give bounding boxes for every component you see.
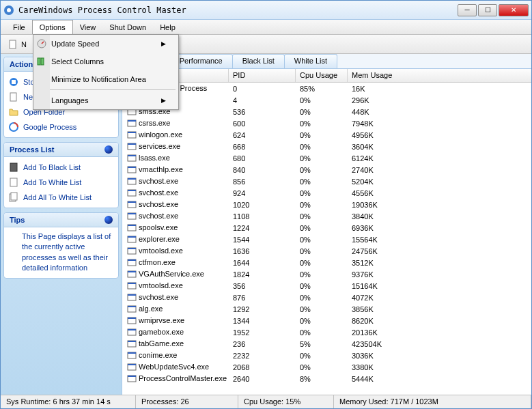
toolbar-new-process[interactable]: N	[3, 38, 31, 51]
col-cpu[interactable]: Cpu Usage	[296, 69, 348, 82]
cell-mem: 4956K	[348, 131, 531, 139]
grid-body[interactable]: System Idle Process085%16KSystem40%296Ks…	[122, 83, 531, 395]
processlist-link[interactable]: Add To Black List	[8, 160, 114, 175]
panel-processlist-header[interactable]: Process List	[4, 143, 118, 157]
col-pid[interactable]: PID	[229, 69, 296, 82]
cell-cpu: 0%	[296, 178, 348, 186]
submenu-arrow-icon: ▶	[161, 40, 166, 47]
submenu-arrow-icon: ▶	[161, 97, 166, 104]
process-name: vmtoolsd.exe	[139, 246, 183, 254]
table-row[interactable]: smss.exe5360%448K	[122, 106, 531, 117]
cell-pid: 600	[229, 119, 296, 128]
process-name: svchost.exe	[139, 188, 178, 196]
table-row[interactable]: services.exe6680%3604K	[122, 141, 531, 152]
cell-cpu: 85%	[296, 85, 348, 93]
table-row[interactable]: svchost.exe9240%4556K	[122, 187, 531, 199]
table-row[interactable]: vmacthlp.exe8400%2740K	[122, 164, 531, 175]
tab-white-list[interactable]: White List	[284, 54, 337, 68]
table-row[interactable]: gamebox.exe19520%20136K	[122, 326, 531, 338]
cell-cpu: 0%	[296, 212, 348, 221]
svg-rect-70	[41, 58, 44, 65]
table-row[interactable]: System40%296K	[122, 94, 531, 106]
process-name: vmtoolsd.exe	[139, 281, 183, 289]
cell-pid: 1108	[229, 212, 296, 221]
processlist-label: Add All To White List	[23, 193, 92, 201]
table-row[interactable]: spoolsv.exe12240%6936K	[122, 222, 531, 234]
table-row[interactable]: conime.exe22320%3036K	[122, 350, 531, 361]
collapse-icon	[104, 216, 113, 224]
menu-help[interactable]: Help	[153, 20, 182, 34]
cell-mem: 24756K	[348, 247, 531, 255]
menu-file[interactable]: File	[6, 20, 32, 34]
action-label: Google Process	[23, 123, 76, 131]
table-row[interactable]: ProcessControlMaster.exe26408%5444K	[122, 373, 531, 384]
table-row[interactable]: tabGame.exe2365%423504K	[122, 338, 531, 350]
menu-options[interactable]: Options	[32, 20, 73, 34]
col-mem[interactable]: Mem Usage	[348, 69, 531, 82]
processlist-link[interactable]: Add All To White List	[8, 190, 114, 205]
menu-item-languages[interactable]: Languages▶	[33, 91, 178, 109]
cell-mem: 7948K	[348, 119, 531, 128]
table-row[interactable]: explorer.exe15440%15564K	[122, 234, 531, 245]
svg-rect-44	[128, 248, 136, 249]
table-row[interactable]: vmtoolsd.exe16360%24756K	[122, 245, 531, 257]
table-row[interactable]: lsass.exe6800%6124K	[122, 152, 531, 164]
table-row[interactable]: svchost.exe11080%3840K	[122, 210, 531, 222]
cell-pid: 236	[229, 340, 296, 348]
status-memory: Memory Used: 717M / 1023M	[334, 395, 531, 408]
table-row[interactable]: alg.exe12920%3856K	[122, 303, 531, 315]
cell-pid: 1952	[229, 328, 296, 337]
process-icon	[126, 362, 137, 373]
table-row[interactable]: vmtoolsd.exe3560%15164K	[122, 280, 531, 292]
cell-cpu: 0%	[296, 131, 348, 139]
process-name: spoolsv.exe	[139, 223, 178, 231]
menu-item-select-columns[interactable]: Select Columns	[33, 53, 178, 70]
process-name: svchost.exe	[139, 176, 178, 184]
window-title: CareWindows Process Control Master	[18, 5, 458, 15]
menu-view[interactable]: View	[73, 20, 103, 34]
speed-icon	[36, 38, 47, 49]
tab-strip: ProcessPerformanceBlack ListWhite List	[122, 54, 531, 69]
svg-rect-69	[38, 58, 40, 65]
panel-tips-title: Tips	[10, 216, 25, 224]
svg-rect-32	[128, 178, 136, 180]
table-row[interactable]: svchost.exe8560%5204K	[122, 175, 531, 187]
svg-rect-42	[128, 236, 136, 238]
table-row[interactable]: wmiprvse.exe13440%8620K	[122, 315, 531, 326]
processlist-link[interactable]: Add To White List	[8, 175, 114, 190]
svg-rect-50	[128, 283, 136, 284]
cell-pid: 876	[229, 294, 296, 302]
table-row[interactable]: VGAuthService.exe18240%9376K	[122, 268, 531, 280]
panel-tips-header[interactable]: Tips	[4, 213, 118, 227]
table-row[interactable]: WebUpdateSvc4.exe20680%3380K	[122, 361, 531, 373]
table-row[interactable]: svchost.exe10200%19036K	[122, 199, 531, 210]
table-row[interactable]: csrss.exe6000%7948K	[122, 117, 531, 129]
process-name: wmiprvse.exe	[139, 315, 184, 324]
columns-icon	[36, 56, 47, 67]
svg-rect-52	[128, 294, 136, 296]
status-processes: Processes: 26	[136, 395, 238, 408]
table-row[interactable]: System Idle Process085%16K	[122, 83, 531, 94]
tab-black-list[interactable]: Black List	[232, 54, 285, 68]
maximize-button[interactable]: ☐	[478, 4, 497, 16]
minimize-button[interactable]: ─	[458, 4, 477, 16]
cell-cpu: 0%	[296, 108, 348, 116]
cell-mem: 6124K	[348, 154, 531, 163]
cell-cpu: 0%	[296, 317, 348, 325]
table-row[interactable]: svchost.exe8760%4072K	[122, 292, 531, 303]
menu-shutdown[interactable]: Shut Down	[102, 20, 153, 34]
process-icon	[126, 118, 137, 129]
processlist-label: Add To Black List	[23, 163, 81, 171]
process-name: WebUpdateSvc4.exe	[139, 362, 209, 370]
white-icon	[8, 177, 19, 188]
table-row[interactable]: winlogon.exe6240%4956K	[122, 129, 531, 141]
cell-cpu: 0%	[296, 143, 348, 151]
menu-item-update-speed[interactable]: Update Speed▶	[33, 35, 178, 53]
action-link[interactable]: Google Process	[8, 119, 114, 135]
statusbar: Sys Runtime: 6 hrs 37 min 14 s Processes…	[1, 395, 531, 408]
table-row[interactable]: ctfmon.exe16440%3512K	[122, 257, 531, 268]
close-button[interactable]: ✕	[499, 4, 529, 16]
cell-cpu: 5%	[296, 340, 348, 348]
cell-mem: 16K	[348, 85, 531, 93]
menu-item-minimize-to-notification-area[interactable]: Minimize to Notification Area	[33, 70, 178, 88]
